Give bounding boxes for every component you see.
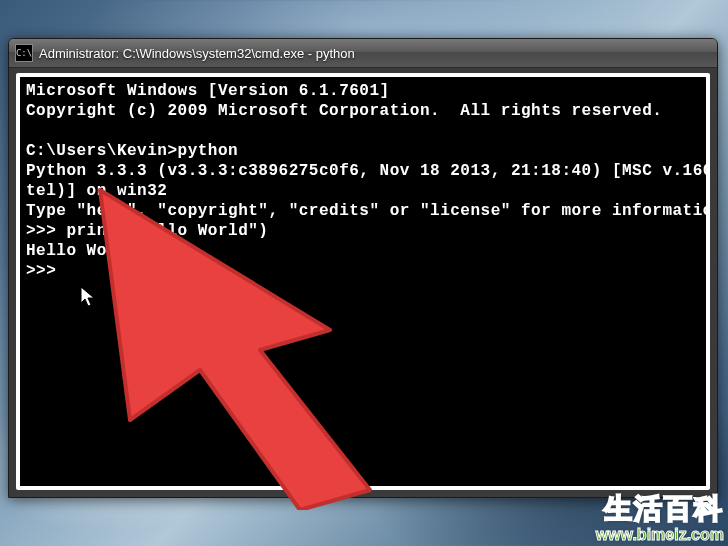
cmd-icon: C:\ <box>15 44 33 62</box>
window-title: Administrator: C:\Windows\system32\cmd.e… <box>39 46 355 61</box>
terminal-frame: Microsoft Windows [Version 6.1.7601] Cop… <box>16 73 710 490</box>
watermark: 生活百科 www.bimeiz.com <box>596 495 724 544</box>
watermark-text: 生活百科 <box>596 495 724 523</box>
terminal-output[interactable]: Microsoft Windows [Version 6.1.7601] Cop… <box>20 77 706 486</box>
window-titlebar[interactable]: C:\ Administrator: C:\Windows\system32\c… <box>9 39 717 68</box>
cmd-window: C:\ Administrator: C:\Windows\system32\c… <box>8 38 718 498</box>
desktop-background: C:\ Administrator: C:\Windows\system32\c… <box>0 0 728 546</box>
watermark-url: www.bimeiz.com <box>596 525 724 544</box>
